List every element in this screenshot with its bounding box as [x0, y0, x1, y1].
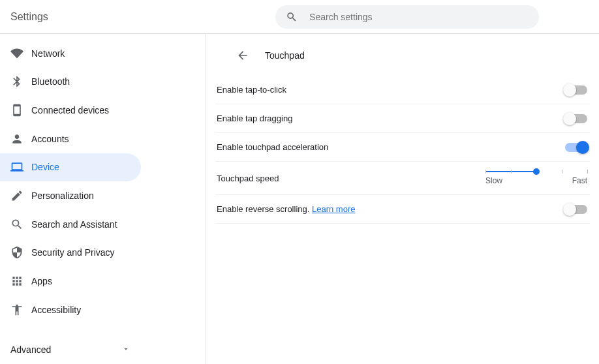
setting-reverse-scroll: Enable reverse scrolling. Learn more	[215, 195, 590, 224]
sidebar-item-label: Apps	[31, 276, 52, 286]
main-content: Touchpad Enable tap-to-click Enable tap …	[206, 34, 599, 364]
search-icon	[10, 218, 23, 231]
edit-icon	[10, 189, 23, 202]
setting-tap-to-click: Enable tap-to-click	[215, 76, 590, 104]
sidebar-item-label: Connected devices	[31, 105, 109, 115]
apps-icon	[10, 275, 23, 288]
setting-speed: Touchpad speed Slow	[215, 162, 590, 195]
toggle-tap-to-click[interactable]	[565, 85, 587, 95]
toggle-reverse-scroll[interactable]	[565, 205, 587, 214]
chevron-down-icon	[122, 344, 130, 355]
accessibility-icon	[10, 303, 23, 316]
setting-label: Enable reverse scrolling. Learn more	[217, 204, 355, 214]
setting-label: Enable tap dragging	[217, 114, 292, 123]
sidebar-item-bluetooth[interactable]: Bluetooth	[0, 68, 206, 97]
laptop-icon	[10, 160, 23, 174]
sidebar-item-search-assistant[interactable]: Search and Assistant	[0, 210, 206, 239]
sidebar-advanced[interactable]: Advanced	[0, 335, 206, 364]
person-icon	[10, 132, 23, 145]
shield-icon	[10, 246, 23, 259]
slider-fast-label: Fast	[572, 176, 587, 185]
sidebar-item-security-privacy[interactable]: Security and Privacy	[0, 238, 206, 267]
page-header: Touchpad	[215, 40, 590, 70]
toggle-tap-dragging[interactable]	[565, 114, 587, 123]
sidebar-item-label: Bluetooth	[31, 76, 70, 87]
page-title: Touchpad	[265, 50, 305, 61]
sidebar-item-apps[interactable]: Apps	[0, 267, 206, 296]
sidebar-item-personalization[interactable]: Personalization	[0, 181, 206, 210]
sidebar-item-label: Personalization	[31, 190, 94, 201]
sidebar-item-label: Device	[31, 162, 59, 172]
slider-touchpad-speed[interactable]	[485, 171, 587, 172]
back-arrow-icon[interactable]	[236, 49, 249, 62]
slider-slow-label: Slow	[485, 176, 502, 185]
setting-acceleration: Enable touchpad acceleration	[215, 133, 590, 162]
learn-more-link[interactable]: Learn more	[312, 204, 355, 214]
devices-icon	[10, 104, 23, 117]
setting-label: Enable touchpad acceleration	[217, 142, 328, 152]
search-icon	[286, 10, 298, 23]
toggle-acceleration[interactable]	[565, 143, 587, 152]
sidebar-item-accounts[interactable]: Accounts	[0, 125, 206, 153]
setting-tap-dragging: Enable tap dragging	[215, 104, 590, 133]
app-title: Settings	[10, 11, 48, 23]
sidebar-item-label: Security and Privacy	[31, 247, 115, 258]
sidebar-item-label: Search and Assistant	[31, 219, 117, 230]
header: Settings	[0, 0, 599, 34]
setting-label: Enable tap-to-click	[217, 85, 286, 95]
sidebar-item-label: Accounts	[31, 134, 69, 144]
slider-thumb[interactable]	[533, 168, 540, 175]
sidebar-advanced-label: Advanced	[10, 344, 51, 355]
sidebar-item-network[interactable]: Network	[0, 39, 206, 68]
search-container[interactable]	[275, 5, 539, 29]
sidebar: Network Bluetooth Connected devices Acco…	[0, 34, 206, 364]
wifi-icon	[10, 47, 23, 60]
sidebar-item-accessibility[interactable]: Accessibility	[0, 296, 206, 324]
setting-label: Touchpad speed	[217, 174, 279, 183]
sidebar-item-device[interactable]: Device	[0, 153, 141, 182]
bluetooth-icon	[10, 75, 23, 88]
search-input[interactable]	[309, 12, 529, 22]
sidebar-item-label: Accessibility	[31, 305, 81, 315]
sidebar-item-label: Network	[31, 48, 65, 59]
sidebar-item-connected-devices[interactable]: Connected devices	[0, 96, 206, 125]
